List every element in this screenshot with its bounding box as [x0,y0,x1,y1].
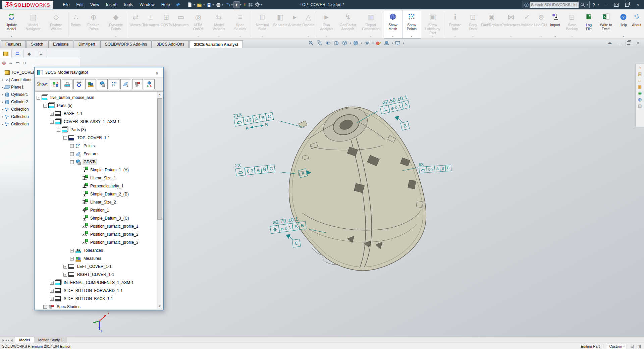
tree-expander-icon[interactable]: + [43,305,47,309]
ribbon-report-generation-button[interactable]: ▥Report Generation▾ [359,10,382,39]
ribbon-write-to-excel-button[interactable]: XWrite to Excel [596,10,616,39]
ribbon-feature-points-button[interactable]: ⊕Feature Points [83,10,104,39]
view-settings-icon-dropdown[interactable]: ▾ [403,42,404,45]
navigator-tree-item[interactable]: Position_surfacic_profile_2 [35,230,157,238]
ribbon-points-button[interactable]: ∴Points [69,10,83,39]
ribbon-dropdown-icon[interactable]: ▾ [411,35,412,38]
options-list-icon[interactable] [247,2,254,8]
expand-arrow-icon[interactable]: ▸ [1,93,5,96]
undo-icon-dropdown[interactable]: ▾ [231,3,233,6]
display-style-icon[interactable] [352,40,360,47]
tab-dimxpert[interactable]: DimXpert [74,40,100,48]
save-icon-dropdown[interactable]: ▾ [213,3,214,6]
navigator-tree-item[interactable]: +LEFT_COVER_1-1 [35,263,157,271]
ribbon-geofactor-analysis-button[interactable]: ↯GeoFactor Analysis [336,10,359,39]
ribbon-nominal-build-button[interactable]: □Nominal Build▾ [252,10,273,39]
ribbon-userdll-button[interactable]: ⊛UserDLL▾ [534,10,548,39]
navigator-tree-item[interactable]: +SIDE_BUTTON_BACK_1-1 [35,295,157,303]
navigator-tree-item[interactable]: Linear_Size_2 [35,198,157,206]
navigator-tree-item[interactable]: -Parts (3) [35,126,157,134]
doc-close-button[interactable]: × [634,40,642,46]
ribbon-model-variants-button[interactable]: ⇆Model Variants▾ [208,10,230,39]
appearances-icon[interactable]: ◉ [638,91,642,95]
tree-expander-icon[interactable]: - [37,96,40,100]
help-dropdown-icon[interactable]: ▾ [598,3,599,6]
tree-expander-icon[interactable]: - [63,136,67,140]
ribbon-dropdown-icon[interactable]: ▾ [11,35,12,38]
show-moves-button[interactable] [50,79,61,89]
close-button[interactable]: × [633,1,642,8]
ribbon-tolerances-button[interactable]: ±Tolerances [142,10,159,39]
annotation-note-icon[interactable]: ▭ [15,60,19,65]
restore-button[interactable] [623,1,631,8]
ribbon-dropdown-icon[interactable]: ▾ [432,35,433,38]
next-tab-icon[interactable]: ▸ [8,339,9,342]
ribbon-dropdown-icon[interactable]: ▾ [554,35,556,38]
ribbon-save-backup-button[interactable]: ⊟Save Backup▾ [562,10,582,39]
minimize-button[interactable]: – [601,1,610,8]
datum-flag-c[interactable]: C [292,239,301,248]
settings-gear-icon[interactable] [254,1,261,8]
ribbon-feature-wizard-button[interactable]: ◇Feature Wizard [45,10,67,39]
ribbon-feature-info-button[interactable]: ℹFeature Info▾ [446,10,465,39]
menu-file[interactable]: File [59,1,73,9]
custom-properties-icon[interactable]: ◍ [638,97,642,102]
menu-insert[interactable]: Insert [103,1,120,9]
ribbon-show-mesh-button[interactable]: Show Mesh▾ [384,10,402,39]
view-palette-icon[interactable]: ▦ [638,84,642,89]
tab-nav-arrows[interactable]: |◂ ◂ ▸ ▸| [0,337,15,343]
edit-appearance-icon[interactable] [374,40,382,47]
expand-arrow-icon[interactable]: ▸ [1,122,5,126]
open-icon-dropdown[interactable]: ▾ [203,3,205,6]
scroll-up-icon[interactable]: ▲ [157,92,163,97]
navigator-tree-item[interactable]: Simple_Datum_2_(B) [35,190,157,198]
ribbon-dropdown-icon[interactable]: ▾ [198,35,199,38]
navigator-close-button[interactable]: × [152,68,162,76]
navigator-scrollbar[interactable]: ▲ ▼ [157,92,163,309]
show-points-button[interactable] [109,79,119,89]
show-measures-button[interactable] [85,79,96,89]
doc-minimize-button[interactable]: – [615,40,623,46]
menu-window[interactable]: Window [136,1,158,9]
ribbon-dropdown-icon[interactable]: ▾ [370,35,371,38]
navigator-tree-item[interactable]: +INTERNAL_COMPONENTS_1_ASM-1 [35,279,157,287]
ribbon-moves-button[interactable]: ⇄Moves [129,10,142,39]
navigator-tree-item[interactable]: Position_1 [35,206,157,214]
show-mtm-button[interactable] [73,79,84,89]
ribbon-preferences-button[interactable]: ⋈Preferences▾ [501,10,520,39]
navigator-tree-item[interactable]: Position_surfacic_profile_1 [35,222,157,230]
tree-expander-icon[interactable]: + [70,144,74,148]
ribbon-dropdown-icon[interactable]: ▾ [308,35,309,38]
view-orientation-icon[interactable] [341,40,348,47]
ribbon-measures-button[interactable]: ▭Measures [173,10,189,39]
ribbon-dropdown-icon[interactable]: ▾ [540,35,542,38]
forum-icon[interactable]: ▨ [638,104,642,108]
ribbon-dynamic-points-button[interactable]: ◆Dynamic Points▾ [104,10,127,39]
ribbon-dropdown-icon[interactable]: ▾ [262,35,263,38]
ribbon-dropdown-icon[interactable]: ▾ [623,35,624,38]
show-tolerances-button[interactable]: ±1 [62,79,72,89]
tab-3dcs-variation-analyst[interactable]: 3DCS Variation Analyst [189,40,243,48]
menu-tools[interactable]: Tools [120,1,136,9]
display-style-icon-dropdown[interactable]: ▾ [361,42,362,45]
ribbon-separate-button[interactable]: ◧Separate [273,10,288,39]
ribbon-find-replace-button[interactable]: ◉Find/Replace [481,10,501,39]
show-features-button[interactable] [120,79,131,89]
tab-property-manager[interactable]: ▤ [12,50,23,58]
apply-scene-icon[interactable] [383,40,390,47]
navigator-tree-item[interactable]: Simple_Datum_3_(C) [35,214,157,222]
ribbon-dropdown-icon[interactable]: ▾ [326,35,327,38]
ribbon-dropdown-icon[interactable]: ▾ [115,35,116,38]
zoom-to-fit-icon[interactable] [307,40,315,47]
ribbon-model-navigator-button[interactable]: ▤Model Navigator [22,10,45,39]
new-document-icon-dropdown[interactable]: ▾ [194,3,195,6]
search-icon[interactable] [579,2,587,7]
ribbon-dropdown-icon[interactable]: ▾ [510,35,512,38]
configuration-dropdown[interactable]: Custom ▾ [607,344,627,349]
ribbon-log-file-button[interactable]: Log File [582,10,595,39]
ribbon-show-labels-by-part-button[interactable]: ▣Show Labels by Part▾ [421,10,444,39]
prev-tab-icon[interactable]: ◂ [5,339,7,342]
navigator-tree-item[interactable]: Linear_Size_1 [35,174,157,182]
ribbon-import-button[interactable]: Import▾ [548,10,562,39]
navigator-tree-item[interactable]: -Parts (5) [35,102,157,110]
